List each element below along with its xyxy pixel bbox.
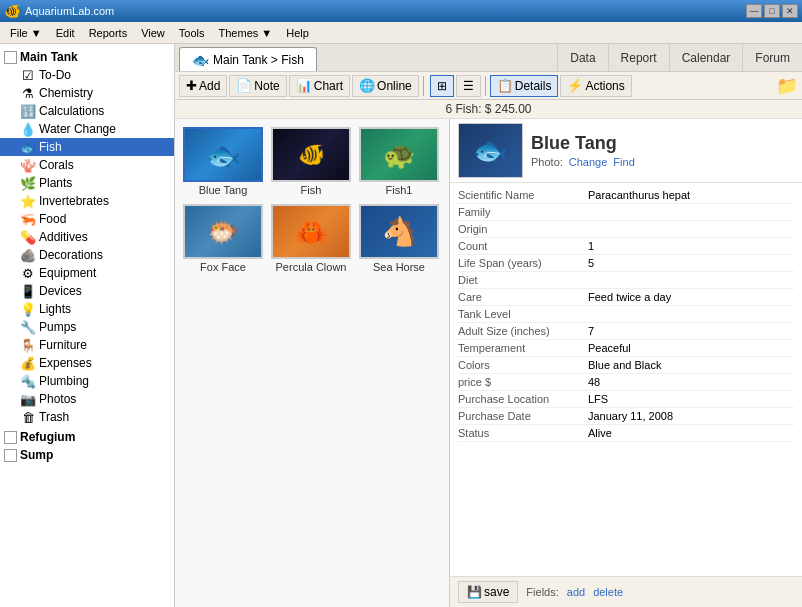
gallery-grid: Blue Tang Fish Fish1 — [183, 127, 441, 273]
field-label-family: Family — [458, 205, 588, 219]
devices-icon: 📱 — [20, 284, 36, 299]
minimize-button[interactable]: — — [746, 4, 762, 18]
sidebar-item-calculations[interactable]: 🔢 Calculations — [0, 102, 174, 120]
add-field-link[interactable]: add — [567, 586, 585, 598]
fish-image-seahorse: 🐴 — [359, 204, 439, 259]
sidebar-item-todo[interactable]: ☑ To-Do — [0, 66, 174, 84]
field-row-purchaseloc: Purchase Location LFS — [458, 391, 794, 408]
sump-checkbox[interactable] — [4, 449, 17, 462]
expenses-icon: 💰 — [20, 356, 36, 371]
note-button[interactable]: 📄 Note — [229, 75, 286, 97]
view-grid-icon: ⊞ — [437, 79, 447, 93]
menu-view[interactable]: View — [135, 25, 171, 41]
fish-thumb-bluetang[interactable]: Blue Tang — [183, 127, 263, 196]
main-tank-checkbox[interactable] — [4, 51, 17, 64]
fish-thumb-foxface[interactable]: Fox Face — [183, 204, 263, 273]
sidebar-item-lights[interactable]: 💡 Lights — [0, 300, 174, 318]
fish-thumb-fish1[interactable]: Fish1 — [359, 127, 439, 196]
sidebar-label-calculations: Calculations — [39, 104, 104, 118]
food-icon: 🦐 — [20, 212, 36, 227]
details-label: Details — [515, 79, 552, 93]
refugium-checkbox[interactable] — [4, 431, 17, 444]
sidebar-item-sump[interactable]: Sump — [0, 446, 174, 464]
sidebar-item-invertebrates[interactable]: ⭐ Invertebrates — [0, 192, 174, 210]
right-tabs: Data Report Calendar Forum — [557, 44, 802, 71]
details-icon: 📋 — [497, 78, 513, 93]
sidebar-item-plants[interactable]: 🌿 Plants — [0, 174, 174, 192]
equipment-icon: ⚙ — [20, 266, 36, 281]
tab-report[interactable]: Report — [608, 44, 669, 71]
tab-data[interactable]: Data — [557, 44, 607, 71]
field-value-purchaseloc: LFS — [588, 392, 608, 406]
sidebar-item-devices[interactable]: 📱 Devices — [0, 282, 174, 300]
menu-file[interactable]: File ▼ — [4, 25, 48, 41]
sidebar-item-chemistry[interactable]: ⚗ Chemistry — [0, 84, 174, 102]
delete-field-link[interactable]: delete — [593, 586, 623, 598]
sidebar-item-food[interactable]: 🦐 Food — [0, 210, 174, 228]
menu-tools[interactable]: Tools — [173, 25, 211, 41]
menu-themes[interactable]: Themes ▼ — [213, 25, 279, 41]
sidebar-item-expenses[interactable]: 💰 Expenses — [0, 354, 174, 372]
sidebar: Main Tank ☑ To-Do ⚗ Chemistry 🔢 Calculat… — [0, 44, 175, 607]
chart-label: Chart — [314, 79, 343, 93]
tab-calendar[interactable]: Calendar — [669, 44, 743, 71]
detail-fields: Scientific Name Paracanthurus hepat Fami… — [450, 183, 802, 446]
sidebar-item-refugium[interactable]: Refugium — [0, 428, 174, 446]
fish-label-percula: Percula Clown — [276, 261, 347, 273]
close-button[interactable]: ✕ — [782, 4, 798, 18]
save-button[interactable]: 💾 save — [458, 581, 518, 603]
sidebar-item-fish[interactable]: 🐟 Fish — [0, 138, 174, 156]
sidebar-item-corals[interactable]: 🪸 Corals — [0, 156, 174, 174]
fish-thumb-percula[interactable]: Percula Clown — [271, 204, 351, 273]
sidebar-label-chemistry: Chemistry — [39, 86, 93, 100]
sidebar-label-corals: Corals — [39, 158, 74, 172]
fish-thumb-seahorse[interactable]: 🐴 Sea Horse — [359, 204, 439, 273]
fish-count: 6 Fish: $ 245.00 — [445, 102, 531, 116]
field-value-temperament: Peaceful — [588, 341, 631, 355]
add-button[interactable]: ✚ Add — [179, 75, 227, 97]
view-list-button[interactable]: ☰ — [456, 75, 481, 97]
sidebar-item-waterchange[interactable]: 💧 Water Change — [0, 120, 174, 138]
path-tab[interactable]: 🐟 Main Tank > Fish — [179, 47, 317, 71]
menu-help[interactable]: Help — [280, 25, 315, 41]
sidebar-item-decorations[interactable]: 🪨 Decorations — [0, 246, 174, 264]
view-grid-button[interactable]: ⊞ — [430, 75, 454, 97]
sidebar-item-photos[interactable]: 📷 Photos — [0, 390, 174, 408]
sidebar-item-additives[interactable]: 💊 Additives — [0, 228, 174, 246]
menu-edit[interactable]: Edit — [50, 25, 81, 41]
field-row-lifespan: Life Span (years) 5 — [458, 255, 794, 272]
corals-icon: 🪸 — [20, 158, 36, 173]
chart-button[interactable]: 📊 Chart — [289, 75, 350, 97]
find-photo-link[interactable]: Find — [613, 156, 634, 168]
trash-icon: 🗑 — [20, 410, 36, 425]
maximize-button[interactable]: □ — [764, 4, 780, 18]
sidebar-item-trash[interactable]: 🗑 Trash — [0, 408, 174, 426]
sidebar-label-trash: Trash — [39, 410, 69, 424]
menu-reports[interactable]: Reports — [83, 25, 134, 41]
field-label-purchaseloc: Purchase Location — [458, 392, 588, 406]
sidebar-item-equipment[interactable]: ⚙ Equipment — [0, 264, 174, 282]
folder-icon[interactable]: 📁 — [776, 76, 798, 96]
online-button[interactable]: 🌐 Online — [352, 75, 419, 97]
photos-icon: 📷 — [20, 392, 36, 407]
sidebar-item-furniture[interactable]: 🪑 Furniture — [0, 336, 174, 354]
fish-thumb-fish[interactable]: Fish — [271, 127, 351, 196]
details-button[interactable]: 📋 Details — [490, 75, 559, 97]
sidebar-item-main-tank[interactable]: Main Tank — [0, 48, 174, 66]
sump-label: Sump — [20, 448, 53, 462]
refugium-label: Refugium — [20, 430, 75, 444]
detail-photo: 🐟 — [458, 123, 523, 178]
sidebar-label-devices: Devices — [39, 284, 82, 298]
field-value-colors: Blue and Black — [588, 358, 661, 372]
field-row-origin: Origin — [458, 221, 794, 238]
tab-forum[interactable]: Forum — [742, 44, 802, 71]
fields-label: Fields: — [526, 586, 558, 598]
sidebar-item-plumbing[interactable]: 🔩 Plumbing — [0, 372, 174, 390]
actions-button[interactable]: ⚡ Actions — [560, 75, 631, 97]
calculations-icon: 🔢 — [20, 104, 36, 119]
sidebar-label-fish: Fish — [39, 140, 62, 154]
change-photo-link[interactable]: Change — [569, 156, 608, 168]
field-row-adultsize: Adult Size (inches) 7 — [458, 323, 794, 340]
sidebar-item-pumps[interactable]: 🔧 Pumps — [0, 318, 174, 336]
invertebrates-icon: ⭐ — [20, 194, 36, 209]
